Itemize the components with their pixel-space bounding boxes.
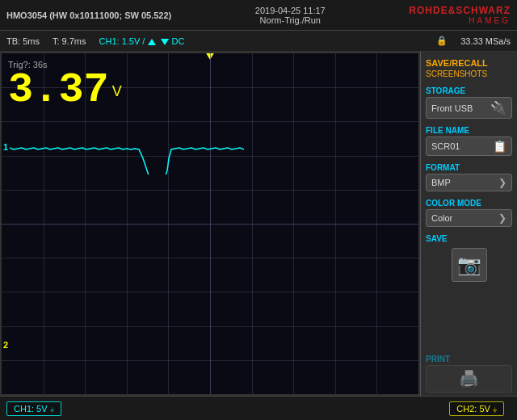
measurement-value: 3.37 xyxy=(8,66,109,114)
ch1-marker: 1 xyxy=(2,142,10,152)
ch2-marker: 2 xyxy=(2,340,10,350)
panel-title: SAVE/RECALL SCREENSHOTS xyxy=(426,55,512,82)
colormode-value: Color xyxy=(431,213,452,223)
header-left: HMO3054 (HW 0x10111000; SW 05.522) xyxy=(6,10,171,20)
logo-bottom: HAMEG xyxy=(469,16,511,25)
save-label: SAVE xyxy=(426,234,512,243)
usb-icon: 🔌 xyxy=(490,100,506,116)
camera-icon: 📷 xyxy=(457,254,481,276)
print-label: PRINT xyxy=(426,355,512,363)
status-ch1[interactable]: CH1: 5V ⏚ xyxy=(6,401,61,416)
grid-line xyxy=(252,53,253,394)
storage-value: Front USB xyxy=(431,103,473,113)
colormode-button[interactable]: Color ❯ xyxy=(426,209,512,227)
header-bar: HMO3054 (HW 0x10111000; SW 05.522) 2019-… xyxy=(0,0,517,31)
trigger-time: T: 9.7ms xyxy=(53,36,86,46)
header-date: 2019-04-25 11:17 xyxy=(255,6,326,15)
edit-icon: 📋 xyxy=(493,140,506,153)
grid-line xyxy=(376,53,377,394)
right-panel: SAVE/RECALL SCREENSHOTS STORAGE Front US… xyxy=(420,52,517,396)
header-mode: Norm-Trig./Run xyxy=(260,15,321,25)
print-section: PRINT 🖨️ xyxy=(426,350,512,393)
header-center: 2019-04-25 11:17 Norm-Trig./Run xyxy=(255,6,326,25)
timebase: TB: 5ms xyxy=(6,36,40,46)
status-ch2[interactable]: CH2: 5V ⏚ xyxy=(449,401,504,416)
waveform-up-icon xyxy=(148,39,156,45)
ground-symbol-ch1: ⏚ xyxy=(50,405,54,414)
header-logo: ROHDE&SCHWARZ HAMEG xyxy=(409,5,511,25)
ground-symbol-ch2: ⏚ xyxy=(493,405,497,414)
ch1-scale: CH1: 1.5V / DC xyxy=(99,36,185,46)
measurement-display: Trig?: 36s 3.37V xyxy=(8,60,122,111)
format-label: FORMAT xyxy=(426,163,512,172)
printer-icon: 🖨️ xyxy=(459,369,479,388)
grid-line xyxy=(293,53,294,394)
storage-button[interactable]: Front USB 🔌 xyxy=(426,97,512,119)
save-section: 📷 xyxy=(426,248,512,282)
sample-rate: 33.33 MSa/s xyxy=(460,36,511,46)
lock-icon: 🔒 xyxy=(436,36,448,46)
grid-line xyxy=(335,53,336,394)
colormode-label: COLOR MODE xyxy=(426,199,512,208)
format-button[interactable]: BMP ❯ xyxy=(426,174,512,191)
toolbar: TB: 5ms T: 9.7ms CH1: 1.5V / DC 🔒 33.33 … xyxy=(0,31,517,52)
model-info: HMO3054 (HW 0x10111000; SW 05.522) xyxy=(6,10,171,20)
filename-label: FILE NAME xyxy=(426,126,512,135)
main-content: → → 1 2 Trig?: 36s 3.37V SAVE/RECALL SCR… xyxy=(0,52,517,396)
statusbar: CH1: 5V ⏚ CH2: 5V ⏚ xyxy=(0,396,517,420)
save-camera-button[interactable]: 📷 xyxy=(452,248,487,282)
format-value: BMP xyxy=(431,178,451,187)
chevron-right-icon: ❯ xyxy=(498,177,506,188)
waveform-down-icon xyxy=(161,39,169,45)
filename-value: SCR01 xyxy=(431,141,460,151)
storage-label: STORAGE xyxy=(426,86,512,95)
measurement-unit: V xyxy=(112,83,122,99)
print-button[interactable]: 🖨️ xyxy=(426,365,512,393)
oscilloscope-screen: → → 1 2 Trig?: 36s 3.37V xyxy=(0,52,420,396)
measurement-value-group: 3.37V xyxy=(8,69,122,111)
chevron-right-icon2: ❯ xyxy=(498,212,506,224)
filename-button[interactable]: SCR01 📋 xyxy=(426,136,512,156)
logo-top: ROHDE&SCHWARZ xyxy=(409,5,511,16)
